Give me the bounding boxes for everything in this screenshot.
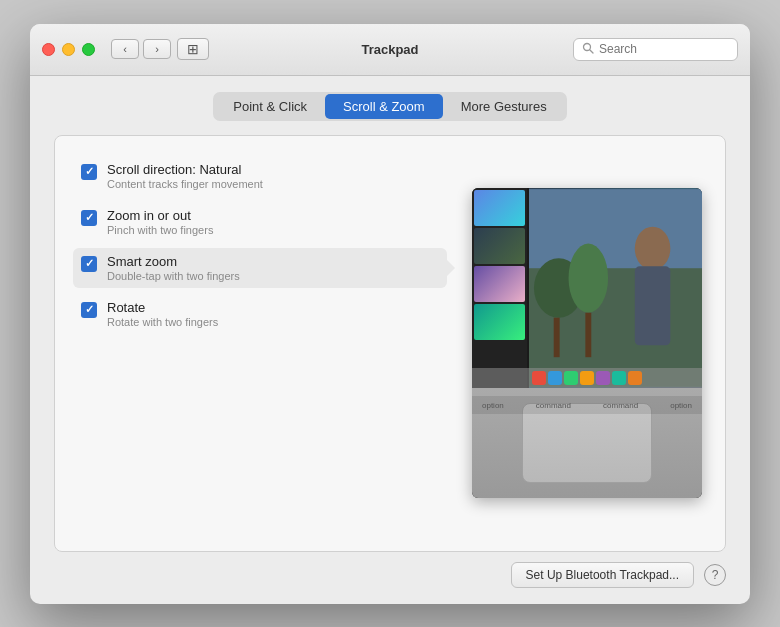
- keyboard-label-command-right: command: [603, 401, 638, 410]
- traffic-lights: [42, 43, 95, 56]
- svg-line-1: [590, 49, 593, 52]
- setting-desc-smart-zoom: Double-tap with two fingers: [107, 270, 240, 282]
- photo-thumbnail-area: [472, 188, 527, 388]
- dock-icon-6: [612, 371, 626, 385]
- preview-keyboard-row: option command command option: [472, 396, 702, 414]
- setting-text-smart-zoom: Smart zoom Double-tap with two fingers: [107, 254, 240, 282]
- svg-point-4: [635, 227, 671, 270]
- tab-point-click[interactable]: Point & Click: [215, 94, 325, 119]
- photo-thumb-2: [474, 228, 525, 264]
- setting-scroll-direction: ✓ Scroll direction: Natural Content trac…: [73, 156, 447, 196]
- trackpad-surface: [522, 403, 652, 483]
- setting-desc-zoom-in-out: Pinch with two fingers: [107, 224, 213, 236]
- tabs: Point & Click Scroll & Zoom More Gesture…: [213, 92, 566, 121]
- photo-thumb-1: [474, 190, 525, 226]
- dock-icon-5: [596, 371, 610, 385]
- preview-image: option command command option: [472, 188, 702, 498]
- setting-text-rotate: Rotate Rotate with two fingers: [107, 300, 218, 328]
- preview-svg: [529, 188, 702, 388]
- setting-label-rotate: Rotate: [107, 300, 218, 315]
- dock-icon-2: [548, 371, 562, 385]
- settings-list: ✓ Scroll direction: Natural Content trac…: [73, 156, 447, 531]
- photo-thumb-4: [474, 304, 525, 340]
- help-button[interactable]: ?: [704, 564, 726, 586]
- tabs-container: Point & Click Scroll & Zoom More Gesture…: [54, 92, 726, 121]
- tab-more-gestures[interactable]: More Gestures: [443, 94, 565, 119]
- checkmark-rotate: ✓: [85, 304, 94, 315]
- preview-trackpad-section: option command command option: [472, 388, 702, 498]
- content-area: Point & Click Scroll & Zoom More Gesture…: [30, 76, 750, 604]
- checkbox-smart-zoom[interactable]: ✓: [81, 256, 97, 272]
- nav-buttons: ‹ ›: [111, 39, 171, 59]
- dock-icon-4: [580, 371, 594, 385]
- dock-icon-7: [628, 371, 642, 385]
- svg-rect-5: [635, 266, 671, 345]
- checkmark-smart-zoom: ✓: [85, 258, 94, 269]
- checkmark-zoom-in-out: ✓: [85, 212, 94, 223]
- setting-label-smart-zoom: Smart zoom: [107, 254, 240, 269]
- checkbox-rotate[interactable]: ✓: [81, 302, 97, 318]
- close-button[interactable]: [42, 43, 55, 56]
- grid-button[interactable]: ⊞: [177, 38, 209, 60]
- footer-bar: Set Up Bluetooth Trackpad... ?: [54, 552, 726, 588]
- search-input[interactable]: [599, 42, 729, 56]
- setting-desc-rotate: Rotate with two fingers: [107, 316, 218, 328]
- search-bar[interactable]: [573, 38, 738, 61]
- dock-icon-3: [564, 371, 578, 385]
- main-panel: ✓ Scroll direction: Natural Content trac…: [54, 135, 726, 552]
- svg-point-7: [569, 244, 609, 313]
- setup-bluetooth-button[interactable]: Set Up Bluetooth Trackpad...: [511, 562, 694, 588]
- photo-thumb-3: [474, 266, 525, 302]
- preview-dock: [472, 368, 702, 388]
- titlebar: ‹ › ⊞ Trackpad: [30, 24, 750, 76]
- setting-desc-scroll-direction: Content tracks finger movement: [107, 178, 263, 190]
- setting-label-scroll-direction: Scroll direction: Natural: [107, 162, 263, 177]
- preview-area: option command command option: [467, 156, 707, 531]
- setting-text-zoom-in-out: Zoom in or out Pinch with two fingers: [107, 208, 213, 236]
- keyboard-label-command-left: command: [536, 401, 571, 410]
- checkbox-scroll-direction[interactable]: ✓: [81, 164, 97, 180]
- minimize-button[interactable]: [62, 43, 75, 56]
- dock-icon-1: [532, 371, 546, 385]
- back-button[interactable]: ‹: [111, 39, 139, 59]
- tab-scroll-zoom[interactable]: Scroll & Zoom: [325, 94, 443, 119]
- main-window: ‹ › ⊞ Trackpad Point & Click Scroll & Zo…: [30, 24, 750, 604]
- setting-label-zoom-in-out: Zoom in or out: [107, 208, 213, 223]
- search-icon: [582, 42, 594, 57]
- window-title: Trackpad: [361, 42, 418, 57]
- setting-rotate: ✓ Rotate Rotate with two fingers: [73, 294, 447, 334]
- setting-zoom-in-out: ✓ Zoom in or out Pinch with two fingers: [73, 202, 447, 242]
- maximize-button[interactable]: [82, 43, 95, 56]
- keyboard-label-option-right: option: [670, 401, 692, 410]
- setting-smart-zoom: ✓ Smart zoom Double-tap with two fingers: [73, 248, 447, 288]
- forward-button[interactable]: ›: [143, 39, 171, 59]
- setting-text-scroll-direction: Scroll direction: Natural Content tracks…: [107, 162, 263, 190]
- photo-main: [529, 188, 702, 388]
- checkbox-zoom-in-out[interactable]: ✓: [81, 210, 97, 226]
- keyboard-label-left: option: [482, 401, 504, 410]
- svg-rect-9: [585, 313, 591, 357]
- checkmark-scroll-direction: ✓: [85, 166, 94, 177]
- svg-rect-8: [554, 318, 560, 358]
